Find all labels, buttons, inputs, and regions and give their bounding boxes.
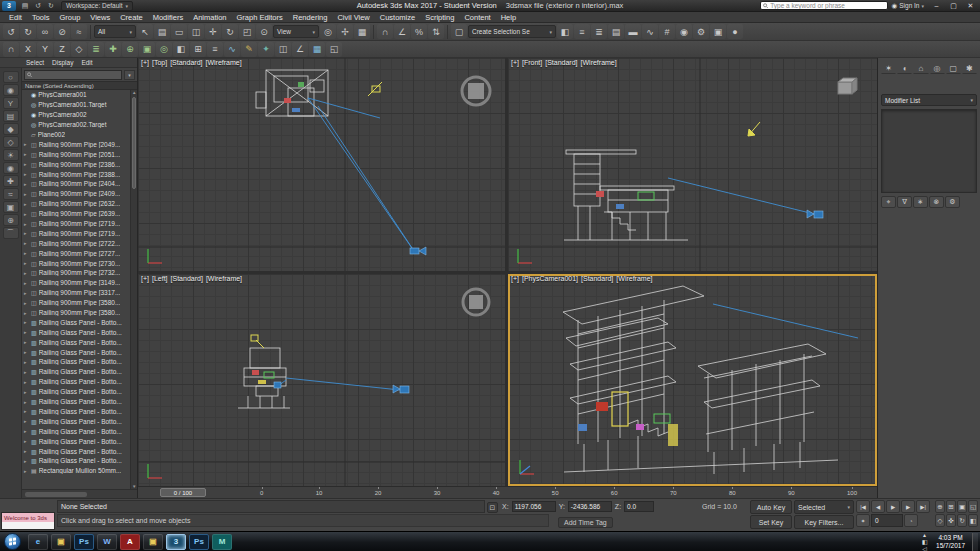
scene-object-row[interactable]: ▸ ◫ Railing 900mm Pipe [2051... [22, 149, 130, 159]
select-and-scale-icon[interactable]: ◰ [239, 24, 255, 39]
scene-object-row[interactable]: ▸ ◫ Railing 900mm Pipe [2719... [22, 219, 130, 229]
scene-object-row[interactable]: ▸ ▥ Railing Glass Panel - Botto... [22, 347, 130, 357]
viewport-shading-label[interactable]: [Wireframe] [616, 275, 652, 282]
minimize-button[interactable]: – [928, 0, 945, 11]
isolate-selection-icon[interactable]: ◱ [326, 42, 342, 57]
remove-modifier-icon[interactable]: ⊗ [929, 196, 944, 208]
menubar-item[interactable]: Rendering [288, 12, 333, 22]
sort-by-layer-icon[interactable]: ▤ [3, 110, 19, 122]
listener-line[interactable] [2, 522, 54, 529]
workspace-dropdown[interactable]: Workspace: Default▾ [61, 1, 133, 11]
expand-arrow-icon[interactable]: ▸ [24, 221, 29, 227]
expand-arrow-icon[interactable]: ▸ [24, 428, 29, 434]
scene-object-row[interactable]: ◎ PhysCamera002.Target [22, 120, 130, 130]
display-influences-icon[interactable]: ◉ [3, 84, 19, 96]
viewport-shading-label[interactable]: [Wireframe] [205, 59, 241, 66]
expand-arrow-icon[interactable]: ▸ [24, 201, 29, 207]
constraint-x-icon[interactable]: X [20, 42, 36, 57]
expand-arrow-icon[interactable]: ▸ [24, 349, 29, 355]
scene-object-row[interactable]: ▸ ◫ Railing 900mm Pipe [2388... [22, 169, 130, 179]
current-frame-field[interactable]: 0 [871, 514, 903, 527]
toggle-layer-explorer-icon[interactable]: ▤ [608, 24, 624, 39]
viewport-camera[interactable]: [+] [PhysCamera001] [Standard] [Wirefram… [508, 274, 877, 486]
scene-object-row[interactable]: ▸ ▥ Railing Glass Panel - Botto... [22, 446, 130, 456]
scene-explorer-menu-item[interactable]: Select [26, 59, 44, 66]
rectangular-selection-region-icon[interactable]: ▭ [171, 24, 187, 39]
snaps-toolbar-icon[interactable]: ∩ [3, 42, 19, 57]
scene-object-row[interactable]: ▸ ▥ Railing Glass Panel - Botto... [22, 357, 130, 367]
modify-tab[interactable]: ◖ [897, 62, 912, 74]
configure-modifier-sets-icon[interactable]: ⚙ [945, 196, 960, 208]
expand-arrow-icon[interactable]: ▸ [24, 171, 29, 177]
undo-scene-icon[interactable]: ↺ [3, 24, 19, 39]
zoom-all-icon[interactable]: ⊞ [946, 500, 956, 513]
scene-list-h-scrollbar[interactable] [22, 489, 137, 498]
window-crossing-icon[interactable]: ◫ [188, 24, 204, 39]
bind-to-space-warp-icon[interactable]: ≈ [71, 24, 87, 39]
scene-object-row[interactable]: ▸ ▥ Railing Glass Panel - Botto... [22, 426, 130, 436]
menubar-item[interactable]: Customize [375, 12, 420, 22]
field-of-view-icon[interactable]: ◇ [935, 514, 945, 527]
auto-key-button[interactable]: Auto Key [750, 500, 792, 514]
pan-view-icon[interactable]: ✜ [946, 514, 956, 527]
taskbar-3ds-max[interactable]: 3 [166, 534, 186, 550]
filter-geometry-icon[interactable]: ◆ [3, 123, 19, 135]
named-selection-sets-dropdown[interactable]: Create Selection Se▾ [468, 25, 556, 38]
filter-helpers-icon[interactable]: ✚ [3, 175, 19, 187]
search-options-button[interactable]: ▾ [124, 70, 135, 80]
expand-arrow-icon[interactable]: ▸ [24, 458, 29, 464]
expand-arrow-icon[interactable]: ▸ [24, 319, 29, 325]
constraint-z-icon[interactable]: Z [54, 42, 70, 57]
expand-arrow-icon[interactable]: ▸ [24, 379, 29, 385]
percent-snap-toggle-icon[interactable]: % [411, 24, 427, 39]
snap-toggle-icon[interactable]: ∩ [377, 24, 393, 39]
scene-object-row[interactable]: ◎ PhysCamera001.Target [22, 100, 130, 110]
measure-tool-icon[interactable]: ∠ [292, 42, 308, 57]
select-and-manipulate-icon[interactable]: ✢ [337, 24, 353, 39]
scene-object-row[interactable]: ▸ ▥ Railing Glass Panel - Botto... [22, 327, 130, 337]
time-slider[interactable]: 0 / 100 [160, 488, 206, 497]
menubar-item[interactable]: Help [496, 12, 521, 22]
scene-object-row[interactable]: ◉ PhysCamera001 [22, 90, 130, 100]
scene-object-row[interactable]: ▸ ▥ Railing Glass Panel - Botto... [22, 337, 130, 347]
key-mode-toggle-button[interactable]: ✦ [856, 514, 870, 527]
material-editor-icon[interactable]: ◉ [676, 24, 692, 39]
selection-set-key-dropdown[interactable]: Selected▾ [794, 500, 854, 514]
scene-explorer-menu-item[interactable]: Edit [81, 59, 92, 66]
expand-arrow-icon[interactable]: ▸ [24, 399, 29, 405]
viewport-shading-label[interactable]: [Wireframe] [581, 59, 617, 66]
constraint-y-icon[interactable]: Y [37, 42, 53, 57]
align-icon[interactable]: ≡ [574, 24, 590, 39]
expand-arrow-icon[interactable]: ▸ [24, 270, 29, 276]
menubar-item[interactable]: Tools [27, 12, 55, 22]
scene-object-row[interactable]: ▸ ◫ Railing 900mm Pipe [2730... [22, 258, 130, 268]
viewport-pov-label[interactable]: [Front] [522, 59, 542, 66]
set-key-button[interactable]: Set Key [750, 515, 792, 529]
create-new-layer-icon[interactable]: ✚ [105, 42, 121, 57]
scene-search-input[interactable] [35, 72, 119, 78]
scene-object-row[interactable]: ▸ ▥ Railing Glass Panel - Botto... [22, 377, 130, 387]
expand-arrow-icon[interactable]: ▸ [24, 329, 29, 335]
populate-tool-icon[interactable]: ✦ [258, 42, 274, 57]
viewport-style-label[interactable]: [Standard] [545, 59, 577, 66]
undo-icon[interactable]: ↺ [32, 1, 44, 11]
expand-arrow-icon[interactable]: ▸ [24, 250, 29, 256]
x-coordinate-field[interactable]: 1197.056 [512, 501, 556, 512]
key-filters-button[interactable]: Key Filters... [794, 515, 854, 529]
angle-snap-toggle-icon[interactable]: ∠ [394, 24, 410, 39]
filter-bones-icon[interactable]: ⌒ [3, 227, 19, 239]
use-pivot-point-center-icon[interactable]: ◎ [320, 24, 336, 39]
expand-arrow-icon[interactable]: ▸ [24, 151, 29, 157]
redo-scene-icon[interactable]: ↻ [20, 24, 36, 39]
expand-arrow-icon[interactable]: ▸ [24, 211, 29, 217]
select-and-place-icon[interactable]: ⊙ [256, 24, 272, 39]
expand-arrow-icon[interactable]: ▸ [24, 290, 29, 296]
selection-filter-dropdown[interactable]: All▾ [94, 25, 136, 38]
modifier-stack[interactable] [881, 109, 977, 193]
volume-icon[interactable]: ◁ [920, 545, 929, 551]
add-selection-to-layer-icon[interactable]: ⊕ [122, 42, 138, 57]
taskbar-clock[interactable]: 4:03 PM 15/7/2017 [936, 534, 965, 549]
menubar-item[interactable]: Content [459, 12, 495, 22]
previous-frame-button[interactable]: ◀ [871, 500, 885, 513]
mirror-tool-icon[interactable]: ◧ [173, 42, 189, 57]
